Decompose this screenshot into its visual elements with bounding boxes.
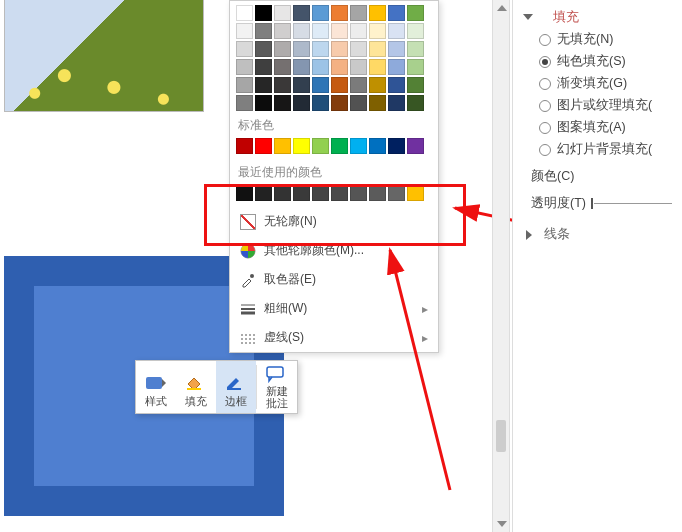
color-swatch[interactable] [236, 138, 253, 154]
color-swatch[interactable] [293, 77, 310, 93]
color-swatch[interactable] [331, 185, 348, 201]
color-swatch[interactable] [274, 41, 291, 57]
color-swatch[interactable] [350, 23, 367, 39]
color-swatch[interactable] [255, 77, 272, 93]
color-swatch[interactable] [388, 185, 405, 201]
color-swatch[interactable] [350, 59, 367, 75]
color-swatch[interactable] [388, 59, 405, 75]
color-swatch[interactable] [312, 185, 329, 201]
color-swatch[interactable] [407, 5, 424, 21]
color-swatch[interactable] [350, 5, 367, 21]
color-swatch[interactable] [236, 77, 253, 93]
color-swatch[interactable] [274, 185, 291, 201]
color-swatch[interactable] [331, 5, 348, 21]
color-swatch[interactable] [255, 95, 272, 111]
color-swatch[interactable] [388, 77, 405, 93]
line-section-header[interactable]: 线条 [525, 226, 672, 243]
color-swatch[interactable] [331, 23, 348, 39]
color-swatch[interactable] [255, 59, 272, 75]
slide-bg-fill-radio[interactable]: 幻灯片背景填充( [539, 141, 672, 158]
gradient-fill-radio[interactable]: 渐变填充(G) [539, 75, 672, 92]
color-swatch[interactable] [255, 138, 272, 154]
color-swatch[interactable] [331, 138, 348, 154]
color-swatch[interactable] [369, 138, 386, 154]
color-swatch[interactable] [293, 59, 310, 75]
color-swatch[interactable] [312, 95, 329, 111]
scroll-thumb[interactable] [496, 420, 506, 452]
color-swatch[interactable] [293, 23, 310, 39]
color-swatch[interactable] [236, 41, 253, 57]
color-swatch[interactable] [331, 95, 348, 111]
color-swatch[interactable] [312, 77, 329, 93]
new-comment-button[interactable]: 新建 批注 [257, 361, 297, 413]
color-swatch[interactable] [293, 95, 310, 111]
color-swatch[interactable] [293, 138, 310, 154]
color-swatch[interactable] [350, 77, 367, 93]
color-swatch[interactable] [274, 23, 291, 39]
color-swatch[interactable] [331, 59, 348, 75]
color-swatch[interactable] [293, 5, 310, 21]
color-swatch[interactable] [369, 185, 386, 201]
color-swatch[interactable] [236, 59, 253, 75]
color-swatch[interactable] [331, 77, 348, 93]
color-swatch[interactable] [293, 185, 310, 201]
fill-section-header[interactable]: 填充 [523, 8, 672, 26]
color-swatch[interactable] [350, 95, 367, 111]
color-swatch[interactable] [236, 5, 253, 21]
color-swatch[interactable] [407, 41, 424, 57]
color-swatch[interactable] [369, 95, 386, 111]
color-swatch[interactable] [350, 138, 367, 154]
color-swatch[interactable] [369, 5, 386, 21]
color-swatch[interactable] [407, 185, 424, 201]
color-swatch[interactable] [236, 23, 253, 39]
scroll-down-icon[interactable] [497, 521, 507, 527]
color-swatch[interactable] [388, 138, 405, 154]
transparency-slider[interactable] [594, 203, 672, 204]
color-swatch[interactable] [369, 23, 386, 39]
color-swatch[interactable] [407, 59, 424, 75]
border-button[interactable]: 边框 [216, 361, 256, 413]
color-swatch[interactable] [236, 185, 253, 201]
color-swatch[interactable] [293, 41, 310, 57]
color-swatch[interactable] [369, 77, 386, 93]
solid-fill-radio[interactable]: 纯色填充(S) [539, 53, 672, 70]
style-button[interactable]: 样式 [136, 361, 176, 413]
color-swatch[interactable] [255, 5, 272, 21]
color-swatch[interactable] [312, 23, 329, 39]
pattern-fill-radio[interactable]: 图案填充(A) [539, 119, 672, 136]
color-swatch[interactable] [274, 59, 291, 75]
color-swatch[interactable] [312, 59, 329, 75]
color-swatch[interactable] [407, 77, 424, 93]
scroll-up-icon[interactable] [497, 5, 507, 11]
fill-button[interactable]: 填充 [176, 361, 216, 413]
color-swatch[interactable] [388, 95, 405, 111]
color-swatch[interactable] [255, 185, 272, 201]
color-swatch[interactable] [407, 23, 424, 39]
color-swatch[interactable] [312, 5, 329, 21]
color-swatch[interactable] [255, 41, 272, 57]
color-swatch[interactable] [331, 41, 348, 57]
color-swatch[interactable] [350, 41, 367, 57]
no-outline-item[interactable]: 无轮廓(N) [230, 207, 438, 236]
color-swatch[interactable] [274, 138, 291, 154]
vertical-scrollbar[interactable] [492, 0, 510, 532]
color-swatch[interactable] [236, 95, 253, 111]
color-swatch[interactable] [369, 41, 386, 57]
more-outline-colors-item[interactable]: 其他轮廓颜色(M)... [230, 236, 438, 265]
dashes-item[interactable]: 虚线(S) ▸ [230, 323, 438, 352]
color-swatch[interactable] [388, 41, 405, 57]
color-swatch[interactable] [388, 5, 405, 21]
color-swatch[interactable] [388, 23, 405, 39]
color-swatch[interactable] [350, 185, 367, 201]
color-swatch[interactable] [407, 95, 424, 111]
color-swatch[interactable] [274, 77, 291, 93]
color-swatch[interactable] [312, 138, 329, 154]
color-swatch[interactable] [274, 95, 291, 111]
color-swatch[interactable] [369, 59, 386, 75]
slide-thumbnail[interactable] [4, 0, 204, 112]
weight-item[interactable]: 粗细(W) ▸ [230, 294, 438, 323]
color-swatch[interactable] [274, 5, 291, 21]
color-swatch[interactable] [255, 23, 272, 39]
no-fill-radio[interactable]: 无填充(N) [539, 31, 672, 48]
color-swatch[interactable] [312, 41, 329, 57]
